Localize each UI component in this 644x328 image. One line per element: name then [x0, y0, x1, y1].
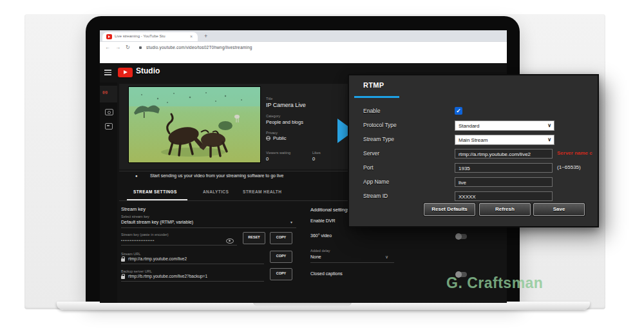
viewers-count: 0	[266, 156, 269, 162]
viewers-label: Viewers waiting	[266, 151, 290, 155]
stream-notice: Start sending us your video from your st…	[150, 173, 283, 178]
tab-analytics[interactable]: ANALYTICS	[203, 189, 229, 194]
active-tab-underline	[127, 199, 187, 200]
copy-stream-url-button[interactable]: COPY	[270, 251, 292, 263]
save-button[interactable]: Save	[533, 203, 585, 216]
browser-nav-bar: ← → ↻ studio.youtube.com/video/tos02T0hw…	[100, 41, 507, 52]
likes-count: 0	[312, 156, 315, 162]
added-delay-select[interactable]: None	[310, 255, 321, 259]
stream-url-label: Stream URL	[121, 252, 140, 256]
youtube-favicon-icon	[106, 34, 112, 39]
watermark: G. Craftsman	[446, 275, 543, 292]
app-name-input[interactable]: live	[455, 177, 553, 187]
stream-key-select[interactable]: Default stream key (RTMP, variable)	[121, 220, 193, 224]
category-label: Category	[266, 114, 280, 118]
privacy-label: Privacy	[266, 131, 278, 135]
likes-label: Likes	[312, 151, 321, 155]
server-hint: Server name c	[557, 150, 592, 156]
video-360-label: 360° video	[310, 233, 332, 238]
field-underline	[121, 264, 264, 264]
enable-label: Enable	[363, 108, 380, 114]
stream-url-value: rtmp://a.rtmp.youtube.com/live2	[128, 256, 187, 261]
chevron-down-icon[interactable]: ∨	[385, 255, 388, 260]
app-name-label: App Name	[363, 178, 389, 185]
new-tab-button[interactable]: +	[204, 33, 207, 39]
studio-sidebar: ((•))	[100, 82, 117, 303]
privacy-value: Public	[273, 135, 286, 141]
tab-stream-settings[interactable]: STREAM SETTINGS	[133, 189, 177, 194]
stream-type-label: Stream Type	[363, 136, 394, 142]
stage: Live streaming - YouTube Stu × + ← → ↻ s…	[0, 0, 644, 328]
stream-type-select[interactable]: Main Stream∨	[455, 135, 554, 145]
protocol-type-select[interactable]: Standard∨	[455, 121, 554, 131]
closed-captions-label: Closed captions	[310, 271, 343, 276]
youtube-logo-icon[interactable]	[118, 68, 133, 77]
additional-settings-heading: Additional settings	[310, 207, 350, 213]
backup-url-label: Backup server URL	[121, 269, 152, 273]
lock-icon	[139, 46, 142, 49]
reveal-key-eye-icon[interactable]	[226, 238, 234, 244]
select-stream-key-label: Select stream key	[121, 215, 149, 218]
studio-brand: Studio	[136, 66, 160, 75]
refresh-button[interactable]: Refresh	[479, 203, 531, 216]
rtmp-dialog-title: RTMP	[363, 81, 384, 89]
camera-icon[interactable]	[105, 109, 113, 115]
tab-title: Live streaming - YouTube Stu	[115, 34, 166, 38]
globe-icon	[266, 136, 270, 140]
tab-stream-health[interactable]: STREAM HEALTH	[243, 189, 281, 194]
copy-backup-url-button[interactable]: COPY	[270, 268, 292, 280]
browser-tab[interactable]: Live streaming - YouTube Stu ×	[102, 32, 198, 41]
bookmarks-strip	[100, 52, 507, 63]
stream-key-heading: Stream key	[121, 206, 146, 212]
forward-icon[interactable]: →	[115, 44, 120, 50]
server-label: Server	[363, 150, 379, 157]
lock-icon	[121, 258, 125, 262]
reset-defaults-button[interactable]: Reset Defaults	[424, 203, 475, 216]
back-icon[interactable]: ←	[105, 44, 110, 50]
video-category: People and blogs	[266, 119, 303, 125]
video-library-icon[interactable]	[105, 123, 113, 130]
tab-close-icon[interactable]: ×	[190, 34, 193, 39]
browser-tab-bar: Live streaming - YouTube Stu × +	[100, 30, 507, 41]
added-delay-label: Added delay	[310, 249, 330, 253]
port-range-hint: (1~65535)	[557, 164, 581, 170]
field-underline	[121, 227, 296, 228]
video-title: IP Camera Live	[266, 102, 306, 108]
copy-key-button[interactable]: COPY	[270, 232, 292, 244]
refresh-icon[interactable]: ↻	[126, 44, 130, 50]
stream-key-field-label: Stream key (paste in encoder)	[121, 233, 169, 236]
field-underline	[121, 281, 264, 282]
rtmp-accent-underline	[354, 96, 399, 98]
stream-id-label: Stream ID	[363, 193, 388, 199]
stream-key-masked-value: •••••••••••••••••••	[121, 238, 155, 242]
field-underline	[121, 245, 237, 246]
stream-id-input[interactable]: XXXXX	[455, 191, 553, 201]
port-input[interactable]: 1935	[455, 163, 553, 173]
menu-icon[interactable]	[104, 70, 111, 75]
caret-down-icon[interactable]: ▾	[290, 220, 292, 224]
address-bar[interactable]: studio.youtube.com/video/tos02T0hwng/liv…	[146, 45, 252, 50]
stream-preview-thumbnail	[129, 87, 260, 162]
port-label: Port	[363, 164, 374, 171]
backup-url-value: rtmp://b.rtmp.youtube.com/live2?backup=1	[128, 274, 207, 278]
rtmp-dialog: RTMP Enable ✓ Protocol Type Standard∨ St…	[348, 74, 599, 227]
server-input[interactable]: rtmp://a.rtmp.youtube.com/live2	[455, 149, 553, 159]
protocol-type-label: Protocol Type	[363, 122, 397, 128]
enable-checkbox[interactable]: ✓	[455, 107, 462, 115]
reset-key-button[interactable]: RESET	[243, 232, 265, 244]
sidebar-active-row	[100, 86, 117, 102]
video-360-toggle[interactable]	[456, 234, 467, 239]
status-dot-icon: ●	[135, 174, 138, 178]
livestream-icon[interactable]: ((•))	[102, 90, 108, 94]
enable-dvr-label: Enable DVR	[310, 218, 336, 223]
lock-icon	[121, 276, 125, 279]
field-underline	[310, 262, 394, 263]
title-label: Title	[266, 97, 272, 101]
